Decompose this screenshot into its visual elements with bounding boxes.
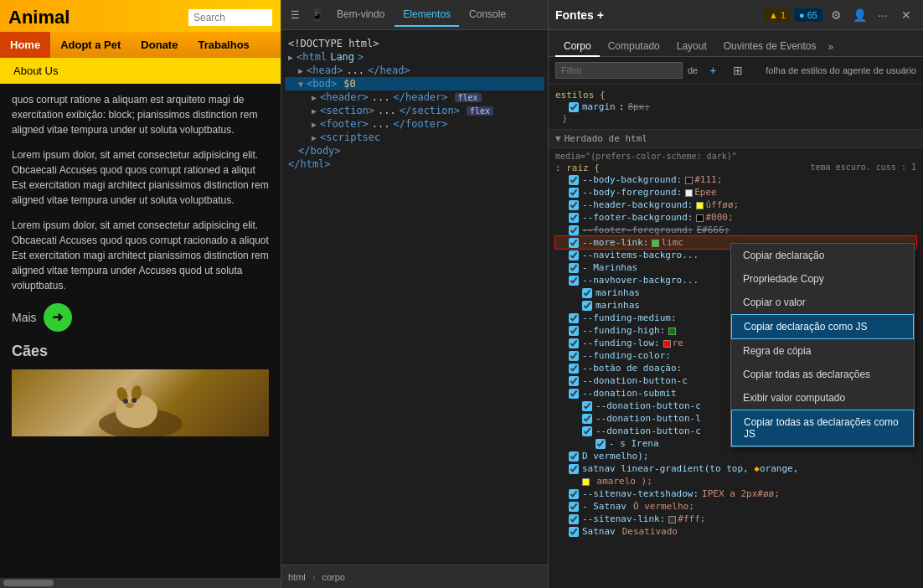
html-line-html[interactable]: ▶ <html Lang > bbox=[285, 50, 544, 64]
checkbox-satnav[interactable] bbox=[569, 502, 579, 512]
checkbox-header-bg[interactable] bbox=[569, 200, 579, 210]
devtools-styles-panel: Fontes + ▲ 1 ● 65 ⚙ 👤 ··· ✕ Corpo Comput… bbox=[549, 0, 923, 588]
checkbox-d-vermelho[interactable] bbox=[569, 451, 579, 462]
filter-input[interactable] bbox=[555, 62, 683, 79]
swatch-body-fg bbox=[685, 189, 693, 197]
subtab-layout[interactable]: Layout bbox=[668, 37, 715, 57]
rule-selector-estilos: estilos { bbox=[555, 90, 916, 101]
html-line-footer[interactable]: ▶ <footer> ... </footer> bbox=[285, 117, 544, 131]
checkbox-navhover[interactable] bbox=[569, 276, 579, 286]
styles-subtabs: Corpo Computado Layout Ouvintes de Event… bbox=[549, 30, 923, 57]
prop-satnav-desativado: Satnav Desativado bbox=[555, 525, 916, 538]
warning-notification[interactable]: ▲ 1 bbox=[764, 8, 791, 22]
scrollbar-thumb bbox=[3, 580, 54, 586]
checkbox-funding-med[interactable] bbox=[569, 313, 579, 323]
html-line-head[interactable]: ▶ <head> ... </head> bbox=[285, 64, 544, 77]
devtools-breadcrumb: html › corpo bbox=[281, 565, 548, 588]
ctx-copiar-todas-js[interactable]: Copiar todas as declarações como JS bbox=[731, 410, 914, 446]
add-style-icon[interactable]: + bbox=[703, 60, 723, 80]
checkbox-satnav-grad[interactable] bbox=[569, 464, 579, 474]
theme-origin: tema escuro. cuss : 1 bbox=[811, 162, 916, 173]
cursor-icon[interactable]: ☰ bbox=[285, 5, 305, 25]
nav-adopt[interactable]: Adopt a Pet bbox=[50, 32, 131, 58]
site-header: Animal Home Adopt a Pet Donate Trabalhos… bbox=[0, 0, 281, 84]
checkbox-donation-btn-c[interactable] bbox=[569, 376, 579, 386]
colon-label: : raiz { bbox=[555, 162, 600, 173]
subtab-corpo[interactable]: Corpo bbox=[555, 37, 600, 57]
checkbox-sitenav-link[interactable] bbox=[569, 514, 579, 524]
html-line-header[interactable]: ▶ <header> ... </header> flex bbox=[285, 90, 544, 104]
checkbox-marinhas2[interactable] bbox=[582, 288, 592, 298]
subtab-ouvintes[interactable]: Ouvintes de Eventos bbox=[715, 37, 825, 57]
checkbox-navitems[interactable] bbox=[569, 250, 579, 260]
ctx-propriedade-copy[interactable]: Propriedade Copy bbox=[731, 267, 914, 291]
breadcrumb-html[interactable]: html bbox=[288, 572, 306, 582]
preview-scrollbar[interactable] bbox=[0, 578, 281, 588]
nav-home[interactable]: Home bbox=[0, 32, 50, 58]
html-line-section[interactable]: ▶ <section> ... </section> flex bbox=[285, 104, 544, 117]
checkbox-sitenav-textshadow[interactable] bbox=[569, 489, 579, 499]
checkbox-botao-doacao[interactable] bbox=[569, 364, 579, 374]
checkbox-footer-bg[interactable] bbox=[569, 213, 579, 223]
search-input[interactable] bbox=[188, 9, 272, 26]
filter-de-label: de bbox=[688, 65, 698, 75]
info-icon: ● bbox=[799, 10, 805, 20]
tab-elementos[interactable]: Elementos bbox=[394, 3, 459, 27]
html-line-script[interactable]: ▶ <scriptsec bbox=[285, 131, 544, 144]
ctx-exibir-computado[interactable]: Exibir valor computado bbox=[731, 386, 914, 410]
user-icon[interactable]: 👤 bbox=[849, 5, 869, 25]
more-icon[interactable]: ➜ bbox=[44, 303, 72, 332]
checkbox-donation-ind3[interactable] bbox=[582, 426, 592, 436]
checkbox-body-fg[interactable] bbox=[569, 188, 579, 198]
filter-row: de + ⊞ folha de estilos do agente de usu… bbox=[549, 57, 923, 85]
prop-footer-fg: --footer-foreground: E#666; bbox=[555, 224, 916, 236]
close-icon[interactable]: ✕ bbox=[896, 5, 916, 25]
checkbox-body-bg[interactable] bbox=[569, 175, 579, 185]
mobile-icon[interactable]: 📱 bbox=[307, 5, 327, 25]
breadcrumb-body[interactable]: corpo bbox=[322, 572, 345, 582]
tab-console[interactable]: Console bbox=[461, 3, 514, 27]
nav-trabalhos[interactable]: Trabalhos bbox=[188, 32, 259, 58]
html-line-body[interactable]: ▼ <bod> $0 bbox=[285, 77, 544, 90]
html-line-doctype: <!DOCTYPE html> bbox=[285, 37, 544, 50]
ctx-copiar-declaracao-js[interactable]: Copiar declaração como JS bbox=[731, 314, 914, 339]
checkbox-marinhas3[interactable] bbox=[582, 301, 592, 311]
checkbox-more-link[interactable] bbox=[569, 238, 579, 248]
checkbox-footer-fg[interactable] bbox=[569, 225, 579, 235]
checkbox-satnav-desativado[interactable] bbox=[569, 527, 579, 537]
swatch-funding-high bbox=[668, 328, 676, 335]
ctx-copiar-valor[interactable]: Copiar o valor bbox=[731, 291, 914, 314]
tab-bemvindo[interactable]: Bem-vindo bbox=[328, 3, 393, 27]
checkbox-donation-submit[interactable] bbox=[569, 389, 579, 399]
context-menu: Copiar declaração Propriedade Copy Copia… bbox=[730, 243, 915, 447]
checkbox-donation-ind2[interactable] bbox=[582, 414, 592, 424]
html-tree: <!DOCTYPE html> ▶ <html Lang > ▶ <head> … bbox=[281, 30, 548, 565]
settings-icon[interactable]: ⚙ bbox=[826, 5, 846, 25]
prop-satnav-gradient: satnav linear-gradient(to top, ◆orange, bbox=[555, 462, 916, 475]
dropdown-about[interactable]: About Us bbox=[0, 58, 281, 84]
ctx-copiar-todas-declaracoes[interactable]: Copiar todas as declarações bbox=[731, 363, 914, 386]
styles-actions: ▲ 1 ● 65 ⚙ 👤 ··· ✕ bbox=[764, 5, 916, 25]
checkbox-funding-color[interactable] bbox=[569, 351, 579, 361]
subtab-computado[interactable]: Computado bbox=[600, 37, 668, 57]
more-link[interactable]: Mais ➜ bbox=[12, 303, 269, 332]
info-notification[interactable]: ● 65 bbox=[794, 8, 822, 22]
ctx-regra-copia[interactable]: Regra de cópia bbox=[731, 339, 914, 363]
checkbox-funding-high[interactable] bbox=[569, 326, 579, 336]
inherited-expand-icon[interactable]: ▼ bbox=[555, 133, 561, 144]
inherited-header-label: Herdado de html bbox=[565, 133, 647, 144]
estilos-rule: estilos { margin : 8px; } bbox=[549, 85, 923, 129]
expand-style-icon[interactable]: ⊞ bbox=[728, 60, 748, 80]
ctx-copiar-declaracao[interactable]: Copiar declaração bbox=[731, 244, 914, 267]
prop-sitenav-link: --sitenav-link: #fff; bbox=[555, 513, 916, 525]
prop-margin-checkbox[interactable] bbox=[569, 102, 579, 112]
checkbox-funding-low[interactable] bbox=[569, 338, 579, 348]
media-query-label: media="(prefers-color-scheme: dark)" bbox=[555, 150, 916, 162]
nav-donate[interactable]: Donate bbox=[131, 32, 188, 58]
subtabs-more[interactable]: » bbox=[825, 38, 838, 56]
checkbox-marinhas1[interactable] bbox=[569, 263, 579, 273]
warn-icon: ▲ bbox=[769, 10, 778, 20]
checkbox-irena[interactable] bbox=[596, 439, 606, 449]
more-options-icon[interactable]: ··· bbox=[873, 5, 893, 25]
checkbox-donation-ind1[interactable] bbox=[582, 401, 592, 411]
